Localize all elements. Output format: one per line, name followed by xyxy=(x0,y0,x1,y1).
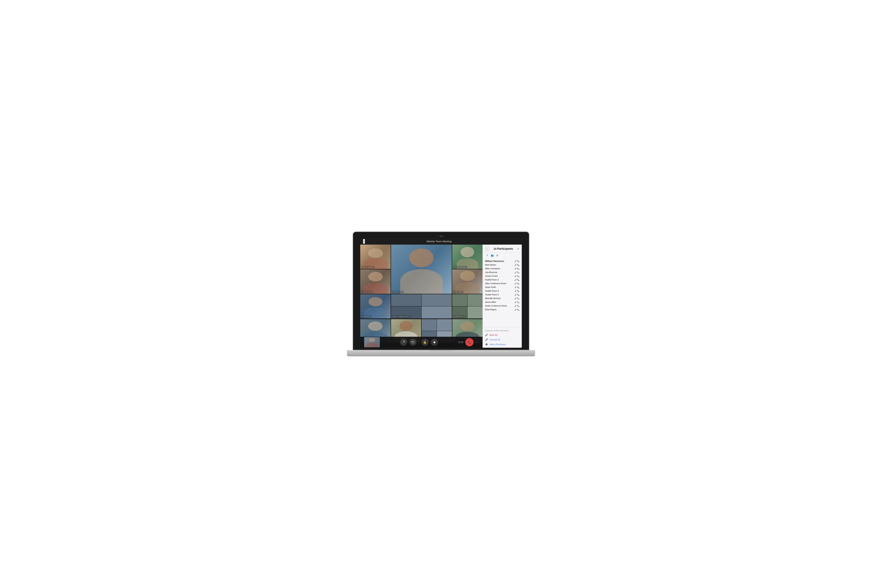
mute-all-icon: 🎤 xyxy=(485,334,488,336)
sidebar-close-button[interactable]: ✕ xyxy=(517,247,519,250)
participant-name: Sarah Smith xyxy=(485,286,513,288)
camera-area xyxy=(360,236,522,237)
video-cell-lyla[interactable]: Lyla Montrose xyxy=(360,269,391,294)
unmute-all-action[interactable]: 🎤 Unmute All xyxy=(485,338,519,341)
label-zilker: Zilker Conference Room xyxy=(392,315,410,318)
participant-item[interactable]: Lyla Montrose🎤📞 xyxy=(483,270,522,274)
sidebar-header: + 14 Participants ✕ xyxy=(483,244,522,253)
label-meredith: Meredith McGuire xyxy=(453,266,467,268)
participant-phone-icon: 📞 xyxy=(517,268,519,270)
participant-item[interactable]: Meredith McGuire🎤📞 xyxy=(483,297,522,300)
record-button[interactable]: ⏺ xyxy=(431,339,438,346)
add-participant-action[interactable]: ➕ Add a Participant xyxy=(485,343,519,346)
video-cell-james[interactable]: James Miller xyxy=(452,269,483,294)
participant-name: Mark Nelson xyxy=(485,264,513,266)
participant-phone-icon: 📞 xyxy=(517,275,519,277)
participant-icons: 🎤📞 xyxy=(514,260,519,262)
participant-phone-icon: 📞 xyxy=(517,286,519,288)
mute-all-action[interactable]: 🎤 Mute All xyxy=(485,333,519,337)
participant-item[interactable]: James Miller🎤📞 xyxy=(483,300,522,304)
video-cell-meredith[interactable]: Meredith McGuire xyxy=(452,244,483,269)
participant-item[interactable]: William Stevenson🎤📞 xyxy=(483,259,522,263)
more-options-button[interactable]: ⋯ xyxy=(476,340,478,344)
participant-icons: 🎤📞 xyxy=(514,297,519,300)
back-button[interactable]: ‹ xyxy=(363,239,365,244)
people-icon[interactable]: 👥 xyxy=(490,254,494,257)
participant-name: James Miller xyxy=(485,301,513,303)
participant-phone-icon: 📞 xyxy=(517,297,519,300)
participant-item[interactable]: Sarah Smith🎤📞 xyxy=(483,285,522,289)
mute-all-label: Mute All xyxy=(490,334,497,336)
participant-name: Huddle Room 3 xyxy=(485,279,513,281)
meeting-title: Weekly Team Meeting xyxy=(365,240,513,243)
video-cell-jessica[interactable]: Jessica Foster xyxy=(391,244,452,294)
participant-item[interactable]: Brian Rogers🎤📞 xyxy=(483,308,522,312)
participant-item[interactable]: Jessica Foster🎤📞 xyxy=(483,274,522,278)
video-cell-zilker[interactable]: Zilker Conference Room xyxy=(391,294,452,318)
participant-phone-icon: 📞 xyxy=(517,305,519,307)
video-grid: Abby Lineweaver Jessica Foster xyxy=(360,244,483,319)
participant-mic-icon: 🎤 xyxy=(514,290,517,292)
grid-icon[interactable]: ⊞ xyxy=(495,254,499,257)
participant-item[interactable]: Abby Lineweaver🎤📞 xyxy=(483,267,522,270)
participant-mic-icon: 🎤 xyxy=(514,272,517,273)
sidebar-footer: Moderator: William Stevenson 🎤 Mute All … xyxy=(483,327,522,348)
info-icon[interactable]: ℹ xyxy=(485,254,489,257)
participant-mic-icon: 🎤 xyxy=(514,297,517,300)
participant-phone-icon: 📞 xyxy=(517,294,519,296)
participant-item[interactable]: Austin Conference Room🎤📞 xyxy=(483,304,522,308)
participant-name: Brian Rogers xyxy=(485,309,513,310)
participant-mic-icon: 🎤 xyxy=(514,264,517,266)
participant-icons: 🎤📞 xyxy=(514,279,519,281)
video-area: Abby Lineweaver Jessica Foster xyxy=(360,244,483,348)
participant-mic-icon: 🎤 xyxy=(514,305,517,307)
participant-item[interactable]: Mark Nelson🎤📞 xyxy=(483,263,522,267)
top-bar: ‹ Weekly Team Meeting xyxy=(360,238,522,244)
camera-button[interactable]: 📷 xyxy=(410,339,417,346)
participant-name: Huddle Room 5 xyxy=(485,294,513,296)
add-participant-icon[interactable]: + xyxy=(485,247,489,251)
label-abby: Abby Lineweaver xyxy=(362,266,375,268)
participant-mic-icon: 🎤 xyxy=(514,294,517,296)
participant-name: Meredith McGuire xyxy=(485,297,513,300)
participant-item[interactable]: Zilker Conference Room🎤📞 xyxy=(483,282,522,285)
end-call-button[interactable]: 📞 xyxy=(465,338,474,346)
participant-icons: 🎤📞 xyxy=(514,294,519,296)
participant-name: Zilker Conference Room xyxy=(485,282,513,285)
share-button[interactable]: 🔒 xyxy=(422,339,429,346)
participant-icons: 🎤📞 xyxy=(514,283,519,285)
toolbar-right: 14:26 📞 ⋯ xyxy=(458,338,478,346)
person-james xyxy=(452,269,483,294)
camera-light xyxy=(440,236,442,237)
sidebar-icon-row: ℹ 👥 ⊞ xyxy=(483,253,522,258)
participant-name: Lyla Montrose xyxy=(485,271,513,273)
label-lyla: Lyla Montrose xyxy=(362,291,372,293)
video-cell-huddle6[interactable]: Huddle Room 6 xyxy=(452,294,483,318)
unmute-all-icon: 🎤 xyxy=(485,338,488,341)
label-huddle6: Huddle Room 6 xyxy=(453,315,465,318)
participant-mic-icon: 🎤 xyxy=(514,301,517,303)
laptop-bezel: ‹ Weekly Team Meeting Abby Linewea xyxy=(353,232,529,350)
laptop-bottom xyxy=(347,354,535,356)
participant-icons: 🎤📞 xyxy=(514,275,519,277)
participant-item[interactable]: Huddle Room 5🎤📞 xyxy=(483,293,522,297)
video-cell-mark[interactable]: Mark Nelson xyxy=(360,294,391,318)
add-participant-label: Add a Participant xyxy=(490,343,506,345)
person-lyla xyxy=(360,269,391,294)
video-cell-abby[interactable]: Abby Lineweaver xyxy=(360,244,391,269)
participant-icons: 🎤📞 xyxy=(514,268,519,270)
participant-count: 14 Participants xyxy=(494,247,513,250)
participant-icons: 🎤📞 xyxy=(514,264,519,266)
toolbar-controls: 🎤 📷 🔒 ⏺ xyxy=(400,339,438,346)
bottom-bar: 🎤 📷 🔒 ⏺ 14:26 📞 ⋯ xyxy=(360,337,483,348)
person-mark xyxy=(360,294,391,318)
label-jessica: Jessica Foster xyxy=(392,291,404,293)
participant-item[interactable]: Huddle Room 8🎤📞 xyxy=(483,289,522,293)
mic-button[interactable]: 🎤 xyxy=(400,339,407,346)
participant-item[interactable]: Huddle Room 3🎤📞 xyxy=(483,278,522,282)
person-abby xyxy=(360,244,391,269)
participant-icons: 🎤📞 xyxy=(514,305,519,307)
participant-name: Austin Conference Room xyxy=(485,305,513,307)
person-jessica xyxy=(391,244,452,294)
participant-name: Abby Lineweaver xyxy=(485,267,513,270)
